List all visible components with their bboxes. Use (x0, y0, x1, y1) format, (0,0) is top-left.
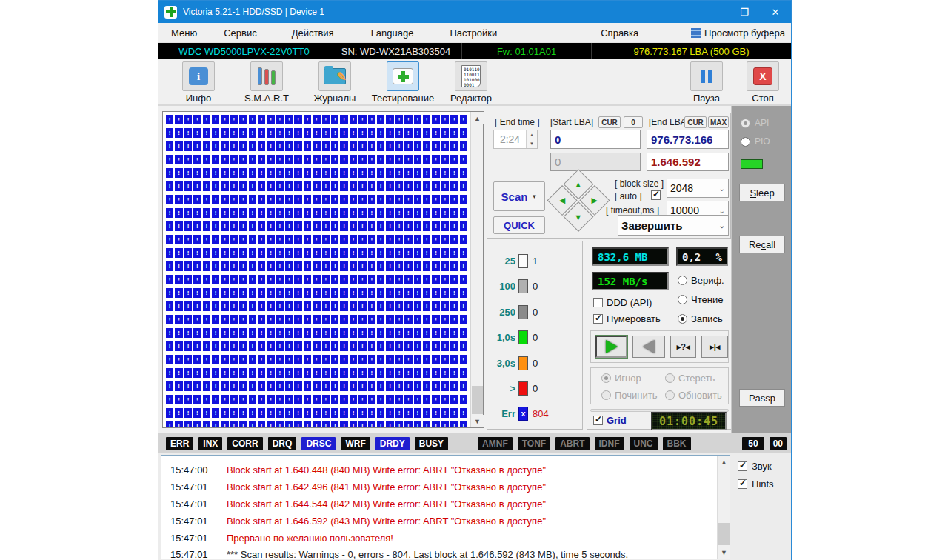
scan-block: ! (377, 155, 384, 164)
scan-block: ! (267, 341, 274, 351)
scan-block: ! (267, 181, 274, 191)
scan-block: ! (221, 115, 228, 124)
scan-block: ! (331, 235, 338, 244)
refresh-radio[interactable]: Обновить (665, 390, 722, 401)
end-cur-button[interactable]: CUR (684, 116, 707, 128)
scan-block: ! (395, 221, 403, 231)
smart-button[interactable]: S.M.A.R.T (233, 61, 301, 104)
minimize-button[interactable]: — (698, 1, 729, 23)
scan-block: ! (331, 368, 338, 378)
scan-block: ! (175, 301, 182, 311)
end-max-button[interactable]: MAX (708, 116, 729, 128)
scan-block: ! (377, 115, 384, 124)
scan-button[interactable]: Scan▼ (493, 181, 545, 211)
scan-block: ! (395, 408, 403, 418)
scan-block: ! (322, 288, 330, 298)
scan-block: ! (212, 208, 219, 218)
scan-block: ! (230, 301, 238, 311)
scan-block: ! (386, 195, 393, 204)
scroll-down-icon[interactable]: ▼ (718, 546, 730, 559)
ignore-radio[interactable]: Игнор (601, 373, 641, 384)
sound-checkbox[interactable]: Звук (738, 461, 774, 472)
api-radio[interactable]: API (741, 118, 769, 128)
scrollbar-thumb[interactable] (718, 523, 730, 545)
scan-block: ! (441, 155, 449, 164)
grid-checkbox[interactable]: Grid (593, 415, 627, 426)
recall-button[interactable]: Recall (739, 236, 785, 253)
testing-button[interactable]: Тестирование (369, 61, 437, 104)
stop-button[interactable]: X Стоп (735, 61, 791, 104)
menu-item-settings[interactable]: Настройки (448, 24, 498, 41)
start-test-button[interactable] (595, 336, 627, 358)
scroll-up-icon[interactable]: ▲ (471, 112, 484, 124)
scan-block: ! (460, 381, 467, 391)
read-radio[interactable]: Чтение (678, 294, 723, 305)
scan-block: ! (350, 381, 357, 391)
chevron-down-icon: ⌄ (719, 221, 725, 230)
scan-block: ! (441, 168, 449, 178)
editor-button[interactable]: 010110 110011 101000 0001 Редактор (437, 61, 505, 104)
pio-radio[interactable]: PIO (741, 136, 770, 147)
ddd-api-checkbox[interactable]: DDD (API) (593, 297, 652, 308)
scan-block: ! (212, 261, 219, 271)
scan-block: ! (239, 408, 247, 418)
hints-checkbox[interactable]: Hints (738, 479, 774, 490)
erase-radio[interactable]: Стереть (665, 373, 715, 384)
repair-radio[interactable]: Починить (601, 390, 658, 401)
journals-button[interactable]: Журналы (301, 61, 369, 104)
seek-test-button[interactable]: ▸?◂ (670, 336, 697, 358)
menu-item-language[interactable]: Language (370, 24, 415, 41)
menu-item-menu[interactable]: Меню (170, 24, 198, 41)
verify-radio[interactable]: Вериф. (678, 275, 724, 286)
numerate-checkbox[interactable]: Нумеровать (593, 313, 661, 324)
scan-block: ! (368, 248, 375, 258)
log-panel[interactable]: 15:47:00 Block start at 1.640.448 (840 M… (161, 455, 730, 559)
quick-button[interactable]: QUICK (493, 216, 545, 234)
scan-block: ! (304, 275, 311, 284)
scan-block: ! (404, 208, 412, 218)
scan-block: ! (358, 315, 366, 324)
back-button[interactable] (632, 336, 664, 358)
end-lba-input[interactable]: 976.773.166 (647, 130, 729, 149)
sleep-button[interactable]: Sleep (739, 184, 785, 201)
scan-block: ! (203, 275, 210, 284)
info-button[interactable]: i Инфо (164, 61, 233, 104)
scan-block: ! (450, 181, 458, 191)
scroll-down-icon[interactable]: ▼ (471, 415, 484, 427)
buffer-view-button[interactable]: Просмотр буфера (691, 27, 791, 39)
start-cur-button[interactable]: CUR (598, 116, 621, 128)
write-radio[interactable]: Запись (678, 313, 723, 324)
scrollbar-thumb[interactable] (472, 386, 483, 414)
scan-block: ! (193, 141, 201, 151)
start-lba-input[interactable]: 0 (550, 130, 641, 149)
after-action-select[interactable]: Завершить⌄ (618, 215, 729, 236)
start-zero-button[interactable]: 0 (624, 116, 643, 128)
flag-err: ERR (166, 437, 193, 450)
menu-item-actions[interactable]: Действия (290, 24, 336, 41)
scan-block: ! (294, 341, 301, 351)
goto-end-button[interactable]: ▸|◂ (701, 336, 728, 358)
transport-panel: ▸?◂ ▸|◂ (590, 330, 729, 363)
scan-block: ! (212, 421, 219, 427)
scan-block: ! (350, 221, 357, 231)
pause-button[interactable]: Пауза (678, 61, 735, 104)
log-scrollbar[interactable]: ▲ ▼ (717, 456, 730, 559)
menu-item-service[interactable]: Сервис (222, 24, 258, 41)
title-bar: Victoria 5.21-1 HDD/SSD | Device 1 — ❐ ✕ (158, 1, 791, 23)
maximize-button[interactable]: ❐ (729, 1, 760, 23)
scan-block: ! (230, 408, 238, 418)
scroll-up-icon[interactable]: ▲ (718, 456, 730, 468)
scan-block: ! (258, 275, 265, 284)
menu-item-help[interactable]: Справка (599, 24, 640, 41)
end-time-spinner[interactable]: 2:24 ▲▼ (493, 130, 538, 149)
scan-block: ! (193, 288, 201, 298)
scan-grid-scrollbar[interactable]: ▲ ▼ (470, 112, 483, 427)
scan-grid[interactable]: !!!!!!!!!!!!!!!!!!!!!!!!!!!!!!!!!!!!!!!!… (164, 113, 470, 427)
scan-block: ! (221, 141, 228, 151)
flag-drsc: DRSC (301, 437, 336, 450)
close-button[interactable]: ✕ (760, 1, 791, 23)
spinner-arrows-icon[interactable]: ▲▼ (526, 130, 537, 148)
auto-checkbox[interactable] (651, 190, 661, 200)
passp-button[interactable]: Passp (739, 389, 785, 407)
block-size-select[interactable]: 2048⌄ (667, 179, 729, 198)
